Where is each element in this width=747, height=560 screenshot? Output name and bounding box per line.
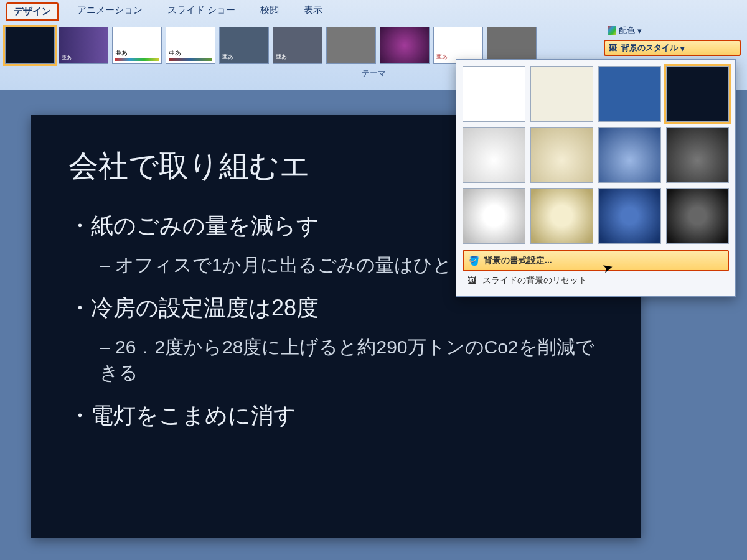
theme-thumb-7[interactable]	[326, 27, 376, 64]
theme-thumb-3[interactable]: 亜あ	[112, 27, 162, 64]
theme-thumb-9[interactable]: 亜あ	[433, 27, 483, 64]
bullet-2[interactable]: 冷房の設定温度は28度	[68, 293, 604, 324]
bg-swatch-8[interactable]	[666, 127, 729, 183]
format-background-item[interactable]: 🪣 背景の書式設定...	[463, 250, 729, 271]
theme-thumb-4[interactable]: 亜あ	[166, 27, 215, 64]
bg-swatch-3[interactable]	[598, 66, 661, 122]
tab-slideshow[interactable]: スライド ショー	[161, 2, 242, 21]
colors-icon	[608, 26, 616, 35]
bg-styles-label: 背景のスタイル	[621, 42, 678, 54]
tab-animation[interactable]: アニメーション	[71, 2, 149, 21]
bg-swatch-7[interactable]	[598, 127, 661, 183]
background-styles-button[interactable]: 🖼 背景のスタイル ▾	[604, 40, 741, 56]
theme-thumb-2[interactable]: 亜あ	[59, 27, 108, 64]
colors-label: 配色	[619, 25, 635, 36]
theme-thumb-8[interactable]	[380, 27, 430, 64]
chevron-down-icon: ▾	[680, 44, 685, 53]
bg-swatch-5[interactable]	[463, 127, 525, 183]
reset-bg-label: スライドの背景のリセット	[482, 275, 587, 286]
bg-swatch-2[interactable]	[530, 66, 593, 122]
background-icon: 🖼	[609, 43, 619, 53]
ribbon-tabs: デザイン アニメーション スライド ショー 校閲 表示	[0, 0, 747, 23]
background-swatch-grid	[463, 66, 729, 244]
bg-swatch-4[interactable]	[666, 66, 729, 122]
theme-thumb-6[interactable]: 亜あ	[273, 27, 322, 64]
bg-swatch-9[interactable]	[463, 188, 525, 244]
tab-design[interactable]: デザイン	[6, 2, 59, 21]
format-bg-label: 背景の書式設定...	[484, 255, 552, 266]
bullet-2-sub[interactable]: 26．2度から28度に上げると約290万トンのCo2を削減できる	[100, 335, 604, 386]
reset-bg-icon: 🖼	[467, 276, 477, 286]
bg-swatch-6[interactable]	[530, 127, 593, 183]
bullet-3[interactable]: 電灯をこまめに消す	[68, 401, 604, 431]
bg-swatch-1[interactable]	[463, 66, 525, 122]
bg-swatch-11[interactable]	[598, 188, 661, 244]
bg-swatch-12[interactable]	[666, 188, 729, 244]
ribbon-right-controls: 配色 ▾ 🖼 背景のスタイル ▾	[604, 24, 741, 56]
bg-swatch-10[interactable]	[530, 188, 593, 244]
format-bg-icon: 🪣	[469, 256, 479, 266]
theme-thumb-5[interactable]: 亜あ	[219, 27, 269, 64]
theme-thumb-1[interactable]	[5, 27, 55, 64]
colors-button[interactable]: 配色 ▾	[604, 24, 741, 37]
background-styles-popup: 🪣 背景の書式設定... 🖼 スライドの背景のリセット	[456, 59, 736, 297]
reset-background-item[interactable]: 🖼 スライドの背景のリセット	[463, 271, 729, 290]
tab-review[interactable]: 校閲	[254, 2, 285, 21]
tab-view[interactable]: 表示	[298, 2, 329, 21]
theme-thumb-10[interactable]	[487, 27, 537, 64]
chevron-down-icon: ▾	[637, 26, 642, 35]
